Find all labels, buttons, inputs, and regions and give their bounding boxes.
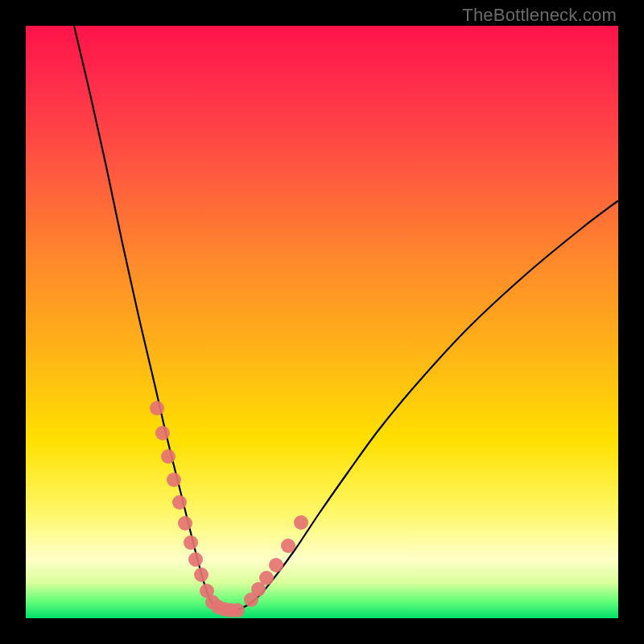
watermark-text: TheBottleneck.com <box>462 5 617 26</box>
marker-dot <box>161 449 175 464</box>
marker-dot <box>172 495 187 510</box>
bottleneck-curve <box>74 26 617 611</box>
marker-dot <box>150 401 164 415</box>
marker-dot <box>259 571 274 585</box>
marker-dot <box>167 473 181 487</box>
chart-svg <box>26 26 618 618</box>
markers-bottom-group <box>205 595 245 617</box>
marker-dot <box>281 539 295 553</box>
markers-left-group <box>150 401 214 598</box>
marker-dot <box>230 603 245 617</box>
plot-area <box>26 26 618 618</box>
chart-frame: TheBottleneck.com <box>0 0 644 644</box>
marker-dot <box>294 515 308 530</box>
marker-dot <box>155 426 170 440</box>
marker-dot <box>178 516 192 530</box>
marker-dot <box>269 558 283 572</box>
marker-dot <box>184 535 198 550</box>
marker-dot <box>194 568 208 582</box>
marker-dot <box>188 552 203 567</box>
markers-right-group <box>244 515 308 607</box>
